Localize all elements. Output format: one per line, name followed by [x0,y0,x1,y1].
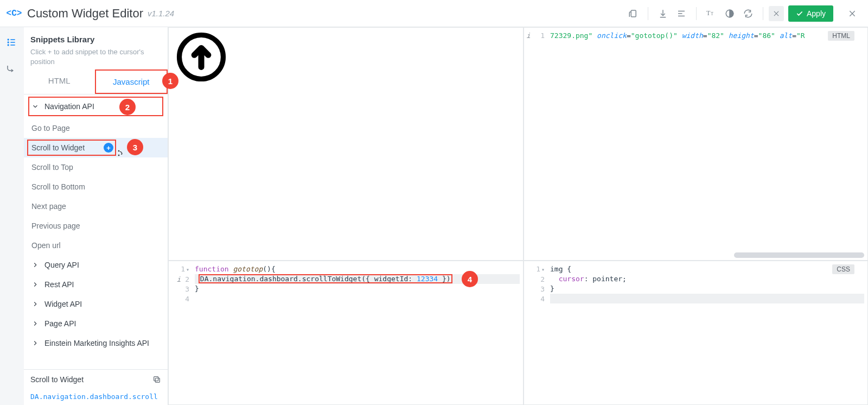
gutter-line-2: 2 [185,275,189,283]
snippet-previous-page[interactable]: Previous page [24,216,168,236]
snippet-detail-title: Scroll to Widget [30,375,84,384]
cursor-icon [116,149,124,157]
group-page-api[interactable]: Page API [24,314,168,333]
copy-icon[interactable] [152,375,161,384]
contrast-icon[interactable] [720,4,739,23]
svg-point-4 [8,39,9,40]
group-rest-api[interactable]: Rest API [24,275,168,294]
format-icon[interactable] [672,4,691,23]
snippet-scroll-to-bottom[interactable]: Scroll to Bottom [24,177,168,197]
group-navigation-api[interactable]: Navigation API [28,97,163,116]
arrow-up-circle-icon[interactable] [176,32,226,82]
snippet-detail: Scroll to Widget DA.navigation.dashboard… [24,369,168,405]
group-query-api[interactable]: Query API [24,255,168,275]
group-label: Widget API [44,300,82,308]
gutter-line-4: 4 [524,294,545,304]
gutter-line-3: 3 [169,284,189,294]
text-size-icon[interactable]: TT [702,4,720,23]
annotation-marker-4: 4 [462,271,478,287]
lang-badge-css: CSS [832,264,854,274]
group-einstein-api[interactable]: Einstein Marketing Insights API [24,333,168,353]
snippet-go-to-page[interactable]: Go to Page [24,118,168,138]
preview-pane [168,27,524,261]
svg-point-6 [8,45,9,46]
gutter-line-3: 3 [524,284,545,294]
svg-text:T: T [711,11,713,16]
sidebar: Snippets Library Click + to add snippet … [24,27,168,405]
group-label: Rest API [44,280,74,289]
left-rail [0,27,24,405]
download-icon[interactable] [654,4,672,23]
html-editor[interactable]: HTML i 1 72329.png" onclick="gototop()" … [524,27,868,261]
snippet-scroll-to-widget[interactable]: Scroll to Widget + [24,138,168,157]
app-logo: <C> [7,6,22,21]
sidebar-tabs: HTML Javascript 1 [24,69,168,94]
annotation-marker-3: 3 [127,139,143,155]
group-label: Query API [44,261,79,269]
apply-button-label: Apply [807,9,826,18]
js-editor[interactable]: 1▾ i 2 3 4 function gototop(){ DA.naviga… [168,261,524,405]
titlebar: <C> Custom Widget Editor v1.1.24 TT Appl… [0,0,868,27]
html-code[interactable]: 72329.png" onclick="gototop()" width="82… [548,28,867,260]
discard-button[interactable] [769,6,784,21]
svg-rect-0 [631,10,636,17]
annotation-marker-1: 1 [162,73,178,89]
annotation-marker-2: 2 [119,99,136,115]
refresh-icon[interactable] [739,4,757,23]
app-title: Custom Widget Editor [27,7,143,21]
snippet-label: Scroll to Widget [31,143,85,152]
gutter-line-1: 1▾ [524,264,545,275]
apply-button[interactable]: Apply [788,5,833,22]
svg-text:T: T [706,9,711,17]
gutter-line-4: 4 [169,294,189,304]
snippet-detail-code: DA.navigation.dashboard.scroll [30,393,161,401]
gutter-info-icon: i [177,275,181,283]
svg-rect-8 [154,377,158,381]
snippet-list: Navigation API 2 Go to Page Scroll to Wi… [24,94,168,369]
group-widget-api[interactable]: Widget API [24,294,168,314]
app-version: v1.1.24 [148,9,174,18]
close-window-icon[interactable] [843,4,861,23]
gutter-line-2: 2 [524,275,545,284]
gutter-line-1: 1▾ [169,264,189,275]
snippet-scroll-to-top[interactable]: Scroll to Top [24,157,168,177]
return-rail-icon[interactable] [6,64,18,74]
snippet-next-page[interactable]: Next page [24,197,168,216]
group-label: Page API [44,319,76,328]
lang-badge-html: HTML [828,31,854,41]
gutter-info-icon: i [526,31,531,41]
group-label: Einstein Marketing Insights API [44,339,149,347]
sidebar-title: Snippets Library [30,35,161,44]
sidebar-description: Click + to add snippet to the cursor's p… [30,47,161,66]
snippets-rail-icon[interactable] [6,37,18,48]
horizontal-scrollbar[interactable] [734,252,864,258]
css-editor[interactable]: CSS 1▾ 2 3 4 img { cursor: pointer; } [524,261,868,405]
clipboard-icon[interactable] [624,4,642,23]
tab-javascript[interactable]: Javascript [95,69,168,94]
svg-rect-7 [155,378,159,382]
tab-html[interactable]: HTML [24,69,95,94]
snippet-open-url[interactable]: Open url [24,236,168,255]
svg-point-5 [8,42,9,43]
add-snippet-icon[interactable]: + [104,143,113,153]
css-code[interactable]: img { cursor: pointer; } [548,261,867,404]
group-label: Navigation API [44,102,94,111]
